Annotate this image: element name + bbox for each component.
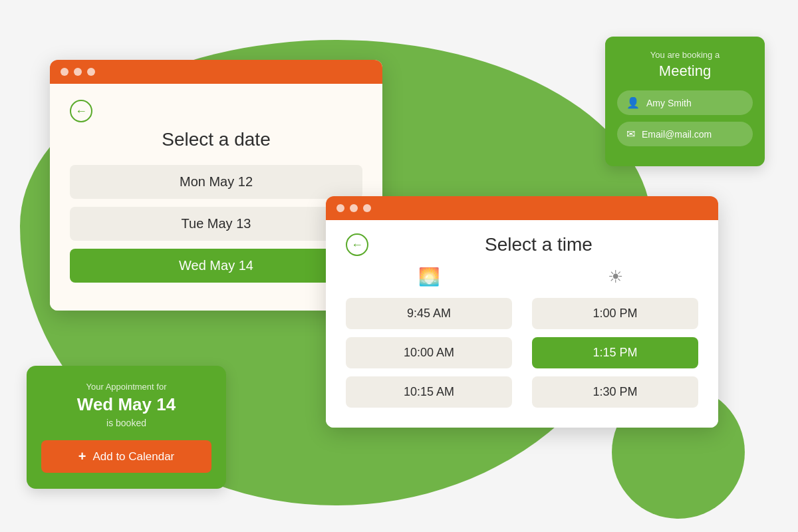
time-option-945am[interactable]: 9:45 AM — [346, 298, 512, 329]
date-option-tue[interactable]: Tue May 13 — [70, 207, 362, 241]
date-window-titlebar — [50, 60, 382, 84]
time-back-arrow-icon: ← — [351, 238, 363, 252]
time-option-130pm[interactable]: 1:30 PM — [532, 376, 698, 408]
titlebar-dot-5 — [350, 204, 358, 212]
date-option-wed[interactable]: Wed May 14 — [70, 249, 362, 283]
confirm-booked-text: is booked — [41, 418, 211, 428]
titlebar-dot-3 — [87, 68, 95, 76]
time-picker-window: ← Select a time 🌅 9:45 AM 10:00 AM 10:15… — [326, 196, 718, 428]
titlebar-dot-1 — [61, 68, 68, 76]
add-calendar-label: Add to Calendar — [92, 450, 174, 464]
confirm-subtitle: Your Appointment for — [41, 382, 211, 392]
booking-email-text: Email@mail.com — [642, 129, 712, 140]
time-window-title: Select a time — [379, 234, 698, 255]
morning-column: 🌅 9:45 AM 10:00 AM 10:15 AM — [346, 267, 512, 408]
booking-name-text: Amy Smith — [646, 98, 692, 108]
email-icon: ✉ — [626, 128, 635, 140]
time-option-1000am[interactable]: 10:00 AM — [346, 337, 512, 368]
booking-subtitle: You are booking a — [617, 50, 753, 60]
user-icon: 👤 — [626, 96, 640, 109]
time-option-100pm[interactable]: 1:00 PM — [532, 298, 698, 329]
time-option-115pm[interactable]: 1:15 PM — [532, 337, 698, 368]
booking-name-field: 👤 Amy Smith — [617, 90, 753, 115]
date-window-title: Select a date — [70, 129, 362, 150]
booking-info-card: You are booking a Meeting 👤 Amy Smith ✉ … — [605, 37, 765, 166]
titlebar-dot-6 — [363, 204, 371, 212]
add-to-calendar-button[interactable]: + Add to Calendar — [41, 440, 211, 473]
confirm-date: Wed May 14 — [41, 394, 211, 415]
afternoon-icon: ☀ — [608, 267, 623, 287]
confirmation-card: Your Appointment for Wed May 14 is booke… — [27, 366, 226, 489]
time-columns: 🌅 9:45 AM 10:00 AM 10:15 AM ☀ 1:00 PM 1:… — [346, 267, 698, 408]
date-option-mon[interactable]: Mon May 12 — [70, 165, 362, 199]
time-back-button[interactable]: ← — [346, 233, 368, 256]
date-back-button[interactable]: ← — [70, 100, 92, 122]
time-window-body: ← Select a time 🌅 9:45 AM 10:00 AM 10:15… — [326, 220, 718, 428]
morning-icon: 🌅 — [418, 267, 440, 287]
booking-email-field: ✉ Email@mail.com — [617, 122, 753, 146]
plus-icon: + — [78, 449, 86, 464]
titlebar-dot-4 — [336, 204, 344, 212]
back-arrow-icon: ← — [75, 104, 87, 118]
time-option-1015am[interactable]: 10:15 AM — [346, 376, 512, 408]
booking-meeting-type: Meeting — [617, 63, 753, 80]
afternoon-column: ☀ 1:00 PM 1:15 PM 1:30 PM — [532, 267, 698, 408]
time-window-titlebar — [326, 196, 718, 220]
titlebar-dot-2 — [74, 68, 82, 76]
